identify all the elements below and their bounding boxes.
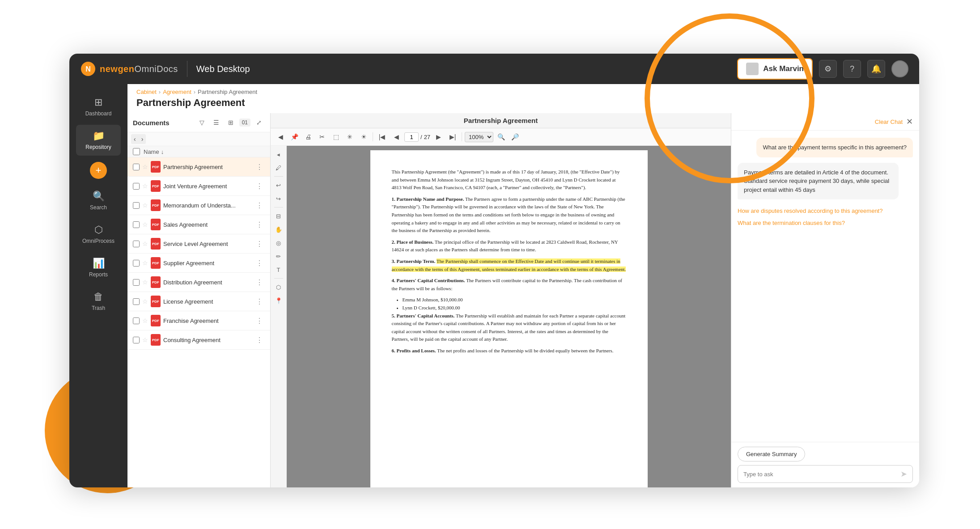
left-tool-highlight[interactable]: 🖊	[273, 162, 284, 174]
first-page-btn[interactable]: |◀	[376, 131, 388, 143]
left-tool-circle[interactable]: ◎	[273, 237, 284, 249]
doc-star-1[interactable]: ☆	[142, 182, 148, 190]
doc-more-btn-4[interactable]: ⋮	[254, 240, 265, 248]
grid-view-button[interactable]: ⊞	[225, 117, 237, 128]
zoom-select[interactable]: 100% 75% 125% 150%	[465, 132, 493, 142]
docs-prev-btn[interactable]: ‹	[131, 134, 139, 144]
doc-item-1[interactable]: ☆ PDF Joint Venture Agreement ⋮	[127, 177, 270, 196]
doc-checkbox-6[interactable]	[133, 279, 140, 286]
docs-next-btn[interactable]: ›	[139, 134, 146, 144]
pdf-contributions: Emma M Johnson, $10,000.00 Lynn D Crocke…	[403, 296, 626, 312]
sidebar-item-dashboard[interactable]: ⊞ Dashboard	[76, 91, 121, 122]
doc-star-9[interactable]: ☆	[142, 336, 148, 343]
settings-button[interactable]: ⚙	[819, 60, 837, 78]
add-button[interactable]: +	[90, 162, 107, 179]
left-tool-pan[interactable]: ✋	[273, 224, 284, 235]
sidebar-item-omniprocess[interactable]: ⬡ OmniProcess	[76, 219, 121, 250]
doc-more-btn-1[interactable]: ⋮	[254, 182, 265, 190]
doc-item-5[interactable]: ☆ PDF Supplier Agreement ⋮	[127, 254, 270, 273]
doc-item-9[interactable]: ☆ PDF Consulting Agreement ⋮	[127, 330, 270, 350]
doc-star-6[interactable]: ☆	[142, 279, 148, 286]
doc-more-btn-8[interactable]: ⋮	[254, 317, 265, 325]
expand-button[interactable]: ⤢	[253, 117, 265, 128]
chat-link-2[interactable]: What are the termination clauses for thi…	[738, 219, 913, 228]
sidebar-item-reports[interactable]: 📊 Reports	[76, 252, 121, 283]
doc-item-3[interactable]: ☆ PDF Sales Agreement ⋮	[127, 215, 270, 234]
left-tool-redo[interactable]: ↪	[273, 193, 284, 204]
list-view-button[interactable]: ☰	[211, 117, 222, 128]
doc-more-btn-5[interactable]: ⋮	[254, 259, 265, 267]
filter-button[interactable]: ▽	[196, 117, 208, 128]
select-all-checkbox[interactable]	[133, 148, 140, 155]
suggested-questions: How are disputes resolved according to t…	[738, 205, 913, 230]
doc-more-btn-3[interactable]: ⋮	[254, 220, 265, 229]
doc-checkbox-8[interactable]	[133, 317, 140, 324]
last-page-btn[interactable]: ▶|	[446, 131, 459, 143]
doc-item-2[interactable]: ☆ PDF Memorandum of Understa... ⋮	[127, 196, 270, 215]
doc-checkbox-7[interactable]	[133, 298, 140, 305]
doc-checkbox-0[interactable]	[133, 164, 140, 170]
doc-item-6[interactable]: ☆ PDF Distribution Agreement ⋮	[127, 273, 270, 292]
doc-checkbox-5[interactable]	[133, 260, 140, 267]
doc-star-7[interactable]: ☆	[142, 298, 148, 305]
chat-input-row: ➤	[738, 465, 913, 483]
left-tool-pin2[interactable]: 📍	[273, 295, 284, 306]
left-tool-pencil[interactable]: ✏	[273, 250, 284, 262]
doc-star-2[interactable]: ☆	[142, 202, 148, 209]
doc-star-5[interactable]: ☆	[142, 259, 148, 267]
zoom-out-btn[interactable]: 🔎	[509, 131, 521, 143]
doc-more-btn-2[interactable]: ⋮	[254, 201, 265, 210]
notifications-button[interactable]: 🔔	[867, 60, 885, 78]
doc-star-8[interactable]: ☆	[142, 317, 148, 324]
ask-marvin-button[interactable]: Ask Marvin	[737, 58, 813, 80]
next-page-btn[interactable]: ▶	[432, 131, 445, 143]
doc-item-7[interactable]: ☆ PDF License Agreement ⋮	[127, 292, 270, 311]
zoom-in-btn[interactable]: 🔍	[495, 131, 507, 143]
viewer-back-btn[interactable]: ◀	[274, 131, 287, 143]
left-tool-text[interactable]: T	[273, 264, 284, 275]
viewer-crop-btn[interactable]: ✂	[316, 131, 328, 143]
sidebar-item-trash[interactable]: 🗑 Trash	[76, 286, 121, 317]
chat-link-1[interactable]: How are disputes resolved according to t…	[738, 207, 913, 216]
doc-checkbox-1[interactable]	[133, 183, 140, 190]
doc-checkbox-9[interactable]	[133, 337, 140, 343]
breadcrumb-current: Partnership Agreement	[198, 89, 257, 95]
viewer-pin-btn[interactable]: 📌	[288, 131, 301, 143]
doc-checkbox-2[interactable]	[133, 202, 140, 209]
doc-item-0[interactable]: ☆ PDF Partnership Agreement ⋮	[127, 157, 270, 177]
doc-checkbox-3[interactable]	[133, 221, 140, 228]
doc-more-btn-6[interactable]: ⋮	[254, 278, 265, 287]
left-tool-undo[interactable]: ↩	[273, 179, 284, 191]
doc-star-3[interactable]: ☆	[142, 221, 148, 228]
doc-checkbox-4[interactable]	[133, 241, 140, 247]
doc-more-btn-7[interactable]: ⋮	[254, 297, 265, 306]
clear-chat-button[interactable]: Clear Chat	[875, 118, 903, 125]
viewer-adjust-btn[interactable]: ✳	[344, 131, 356, 143]
user-avatar[interactable]	[891, 60, 908, 77]
documents-list: ☆ PDF Partnership Agreement ⋮ ☆ PDF Join…	[127, 157, 270, 487]
viewer-select-btn[interactable]: ⬚	[330, 131, 342, 143]
generate-summary-button[interactable]: Generate Summary	[738, 447, 805, 461]
left-tool-rect[interactable]: ⬡	[273, 281, 284, 293]
prev-page-btn[interactable]: ◀	[390, 131, 403, 143]
left-tool-thumbnail[interactable]: ⊟	[273, 210, 284, 222]
viewer-sun-btn[interactable]: ☀	[357, 131, 370, 143]
doc-more-btn-9[interactable]: ⋮	[254, 336, 265, 344]
doc-more-btn-0[interactable]: ⋮	[254, 163, 265, 171]
doc-item-4[interactable]: ☆ PDF Service Level Agreement ⋮	[127, 234, 270, 254]
left-tool-collapse[interactable]: ◂	[273, 148, 284, 160]
sidebar-item-repository[interactable]: 📁 Repository	[76, 125, 121, 156]
doc-star-0[interactable]: ☆	[142, 163, 148, 170]
doc-item-8[interactable]: ☆ PDF Franchise Agreement ⋮	[127, 311, 270, 330]
pdf-page-area: This Partnership Agreement (the "Agreeme…	[287, 146, 731, 487]
viewer-print-btn[interactable]: 🖨	[302, 131, 314, 143]
page-input[interactable]	[404, 132, 419, 142]
chat-send-button[interactable]: ➤	[900, 469, 907, 479]
breadcrumb-cabinet[interactable]: Cabinet	[136, 89, 157, 95]
sidebar-item-search[interactable]: 🔍 Search	[76, 185, 121, 216]
chat-input[interactable]	[743, 471, 897, 478]
breadcrumb-agreement[interactable]: Agreement	[163, 89, 191, 95]
chat-close-button[interactable]: ✕	[906, 117, 913, 127]
doc-star-4[interactable]: ☆	[142, 240, 148, 247]
help-button[interactable]: ?	[843, 60, 861, 78]
